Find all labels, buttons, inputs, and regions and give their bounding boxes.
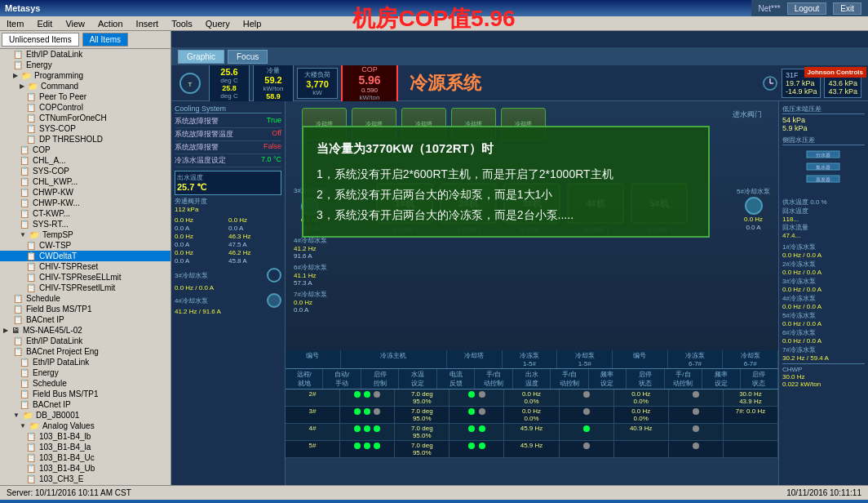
dot [364,391,370,398]
row4-dots4 [669,424,724,440]
floor31-val2: -14.9 kPa [786,87,817,96]
tree-item-sys-cop[interactable]: 📋SYS-COP [0,123,170,134]
row4-id: 4# [286,424,340,440]
tree-item-chiv-tspreset[interactable]: 📋CHIV-TSPReset [0,261,170,272]
tree-item-eth-ip-datalink[interactable]: 📋Eth/IP DataLink [0,49,170,60]
row2-dots2 [450,389,504,406]
tab-graphic[interactable]: Graphic [178,50,224,64]
tree-item-bacnet-proj[interactable]: 📋BACnet Project Eng [0,346,170,357]
tree-item-energy2[interactable]: 📋Energy [0,367,170,378]
tree-item-peertopeer[interactable]: 📋Peer To Peer [0,91,170,102]
row4-val2: 45.9 Hz [504,424,559,440]
tree-item-chwp-kw2[interactable]: 📋CHWP-KW... [0,198,170,208]
supply-water-display: 出水温度 25.7 ℃ [175,171,281,195]
tree-item-sys-rt[interactable]: 📋SYS-RT... [0,219,170,229]
dot [468,425,475,432]
tab-all-items[interactable]: All Items [82,33,128,47]
tree-item-programming[interactable]: ▶📁Programming [0,70,170,81]
cooling-cap-metric: 冷量 59.2 kW/ton 58.9 [253,65,294,103]
menu-item-view[interactable]: View [62,18,88,29]
tree-item-sys-cop2[interactable]: 📋SYS-COP [0,166,170,176]
tree-item-cwdeltat[interactable]: 📋CWDeltaT [0,251,170,261]
tree-item-chwp-kw[interactable]: 📋CHWP-KW [0,187,170,198]
dot [693,443,699,449]
tree-item-schedule2[interactable]: 📋Schedule [0,378,170,389]
menu-item-insert[interactable]: Insert [133,18,162,29]
tree-item-dp-threshold[interactable]: 📋DP THRESHOLD [0,134,170,145]
sidebar-header: Unlicensed Items All Items [0,31,170,49]
status-val-3: False [264,142,281,153]
pump-5cw-val: 0.0 Hz [744,216,763,223]
tree-item-103-b1b4-uc[interactable]: 📋103_B1-B4_Uc [0,452,170,463]
cop-label: COP [361,65,378,73]
dot [364,443,370,449]
row5-dots3 [560,441,614,457]
tree-item-eth-ip2[interactable]: 📋Eth/IP DataLink [0,336,170,346]
th-chw-pump-2: 冷冻泵6-7# [668,350,724,368]
dot [374,408,380,415]
row2-dots3 [560,389,614,406]
tree-item-schedule[interactable]: 📋Schedule [0,293,170,304]
rp-6-val: 0.0 Hz / 0.0 A [782,337,865,345]
tree-item-analog-values[interactable]: ▼📁Analog Values [0,421,170,431]
tree-item-ctnumfor[interactable]: 📋CTNumForOneCH [0,113,170,123]
menu-item-item[interactable]: Item [3,18,27,29]
supply-temp-value2: 25.8 [222,84,237,92]
row4-val3: 40.9 Hz [614,424,669,440]
tree-item-ct-kwp[interactable]: 📋CT-KWP... [0,208,170,219]
tree-item-103-b1b4-la[interactable]: 📋103_B1-B4_la [0,442,170,452]
amp-val-2: 47.5 A [228,241,281,248]
main-layout: Unlicensed Items All Items 📋Eth/IP DataL… [0,31,868,485]
tree-item-ms-nae[interactable]: ▶🖥MS-NAE45/L-02 [0,325,170,336]
dot [354,391,361,398]
tree-item-chiv-tspresetlimit[interactable]: 📋CHIV-TSPResetlLmit [0,283,170,293]
tab-unlicensed-items[interactable]: Unlicensed Items [2,33,79,47]
amp-val-4: 45.8 A [228,257,281,265]
tree-item-bacnet-ip[interactable]: 📋BACnet IP [0,314,170,325]
row4-dots1 [340,424,395,440]
tree-item-103-b1b4-lb[interactable]: 📋103_B1-B4_lb [0,431,170,442]
subh-auto: 自动/手动 [323,369,361,389]
tree-item-103-b1b4-ub[interactable]: 📋103_B1-B4_Ub [0,463,170,474]
tab-focus[interactable]: Focus [228,50,268,64]
dot [583,443,590,449]
menu-item-query[interactable]: Query [202,18,233,29]
tree-item-chiv-tspreselimit[interactable]: 📋CHIV-TSPReseELLmit [0,272,170,283]
status-row-fault-alarm: 系统故障报警 True [175,115,281,128]
tree-item-fieldbus2[interactable]: 📋Field Bus MS/TP1 [0,389,170,399]
rp-3-val: 0.0 Hz / 0.0 A [782,286,865,293]
tree-item-cop[interactable]: 📋COP [0,145,170,155]
annotation-title: 当冷量为3770KW（1072RT）时 [317,137,695,159]
row5-val1: 7.0 deg95.0% [395,441,450,457]
tree-item-tempsp[interactable]: ▼📁TempSP [0,229,170,240]
menu-item-edit[interactable]: Edit [33,18,55,29]
dot [693,425,699,432]
freq-val-5: 0.0 Hz [175,249,228,256]
building-load-label: 大楼负荷 [304,70,330,79]
tree-item-chl-a[interactable]: 📋CHL_A... [0,155,170,166]
subh-water-t: 水温设定 [399,369,436,389]
annotation-line-1: 1，系统没有开启2*600RT主机，而是开启了2*1000RT主机 [317,164,695,185]
tree-item-103-ch3-e[interactable]: 📋103_CH3_E [0,474,170,484]
sidebar: Unlicensed Items All Items 📋Eth/IP DataL… [0,31,171,485]
menu-item-tools[interactable]: Tools [168,18,196,29]
side-pressure-label: 侧固水压差 [782,136,865,145]
pump-circle-5cw [745,197,763,215]
tree-item-eth-ip3[interactable]: 📋Eth/IP DataLink [0,357,170,367]
tree-item-energy[interactable]: 📋Energy [0,60,170,70]
status-label-2: 系统故障报警温度 [175,129,233,140]
tree-item-command[interactable]: ▶📁Command [0,81,170,91]
dot [354,425,361,432]
menu-item-action[interactable]: Action [95,18,126,29]
tree-item-db-jb0001[interactable]: ▼📁DB_JB0001 [0,410,170,421]
tree-item-copcontrol[interactable]: 📋COPControl [0,102,170,113]
floor20-val1: 43.6 kPa [828,79,857,87]
freq-val-6: 46.2 Hz [228,249,281,256]
menu-item-help[interactable]: Help [240,18,265,29]
cop-unit: kW/ton [360,94,380,101]
tree-item-chl-kwp[interactable]: 📋CHL_KWP... [0,176,170,187]
th-chiller-main: 冷冻主机 [341,350,447,368]
tree-item-cw-tsp[interactable]: 📋CW-TSP [0,240,170,251]
tree-item-bacnet-ip2[interactable]: 📋BACnet IP [0,399,170,410]
tree-item-fieldbus[interactable]: 📋Field Bus MS/TP1 [0,304,170,314]
